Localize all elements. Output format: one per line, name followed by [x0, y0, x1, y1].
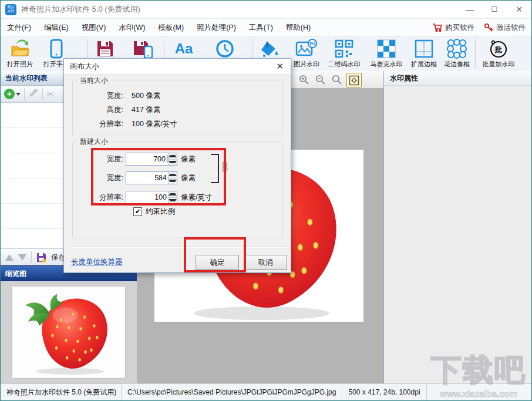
text-aa-icon: Aa	[167, 38, 200, 60]
close-button[interactable]: ✕	[507, 1, 531, 18]
unit-converter-link[interactable]: 长度单位换算器	[71, 257, 123, 267]
menu-file[interactable]: 文件(F)	[1, 19, 38, 36]
expand-border-button[interactable]: 扩展边框	[408, 38, 440, 69]
scissors-icon: ✂	[46, 89, 54, 99]
clock-icon	[207, 38, 243, 60]
current-width-label: 宽度:	[73, 90, 123, 102]
current-size-legend: 当前大小	[78, 76, 110, 86]
dialog-close-icon[interactable]: ✕	[276, 61, 284, 72]
delete-watermark-button[interactable]: ✂	[46, 89, 54, 100]
open-photo-button[interactable]: 打开照片	[3, 38, 37, 69]
magnifier-icon	[332, 75, 342, 85]
move-down-button[interactable]	[18, 254, 26, 261]
current-width-value: 500 像素	[132, 90, 160, 102]
lace-frame-icon	[441, 38, 473, 60]
new-resolution-label: 分辨率:	[73, 193, 123, 203]
thumbnail-image[interactable]	[12, 287, 125, 378]
batch-icon: 批	[477, 38, 520, 60]
menu-tools[interactable]: 工具(T)	[243, 19, 280, 36]
spin-up-icon	[169, 174, 177, 176]
chain-link-icon	[221, 161, 228, 173]
zoom-out-button[interactable]	[314, 73, 328, 86]
constrain-proportions-checkbox[interactable]: ✔ 约束比例	[133, 207, 175, 217]
menu-photo-process[interactable]: 照片处理(P)	[190, 19, 243, 36]
title-bar: 照片水印 神奇照片加水印软件 5.0 (免费试用) — ☐ ✕	[1, 1, 531, 18]
menu-help[interactable]: 帮助(H)	[280, 19, 317, 36]
dropdown-caret-icon	[16, 93, 21, 96]
edit-watermark-button[interactable]	[28, 87, 39, 100]
buy-software-link[interactable]: 购买软件	[432, 23, 474, 33]
qrcode-watermark-button[interactable]: 二维码水印	[325, 38, 363, 69]
constrain-proportions-label: 约束比例	[146, 207, 175, 217]
text-caret	[167, 155, 167, 163]
new-height-input[interactable]: 584	[126, 171, 177, 184]
new-width-input[interactable]: 700	[126, 153, 177, 166]
batch-watermark-button[interactable]: 批 批量加水印	[477, 38, 520, 69]
checkbox-check-icon: ✔	[133, 207, 142, 216]
fit-window-icon	[349, 75, 359, 86]
menu-watermark[interactable]: 水印(W)	[112, 19, 151, 36]
svg-text:EN: EN	[309, 42, 315, 46]
svg-text:批: 批	[494, 45, 503, 54]
spin-up-icon	[169, 193, 177, 196]
mosaic-watermark-button[interactable]: 马赛克水印	[366, 38, 407, 69]
qrcode-icon	[325, 38, 363, 60]
divider	[31, 251, 32, 263]
save-watermark-icon[interactable]	[36, 252, 46, 262]
cancel-button[interactable]: 取消	[244, 255, 287, 270]
new-height-unit: 像素	[181, 173, 196, 183]
status-image-info: 500 x 417, 24b, 100dpi	[342, 384, 426, 400]
activate-software-link[interactable]: 激活软件	[484, 23, 526, 33]
add-watermark-button[interactable]: +	[4, 89, 21, 99]
divider	[42, 88, 43, 100]
menu-view[interactable]: 视图(V)	[75, 19, 113, 36]
zoom-out-icon	[315, 75, 326, 85]
new-resolution-spinner[interactable]	[168, 191, 177, 203]
toolbar-separator	[475, 39, 476, 68]
zoom-in-icon	[299, 75, 309, 85]
new-height-label: 宽度:	[73, 173, 123, 183]
strawberry-thumbnail	[21, 289, 117, 376]
fill-watermark-button[interactable]	[253, 38, 286, 60]
spin-down-icon	[169, 199, 177, 201]
mosaic-icon	[366, 38, 407, 60]
move-up-button[interactable]	[5, 254, 14, 261]
dialog-separator	[69, 247, 286, 248]
floppy-phone-icon	[126, 38, 160, 60]
lace-frame-button[interactable]: 花边像框	[441, 38, 473, 69]
zoom-reset-button[interactable]	[330, 73, 344, 86]
new-resolution-unit: 像素/英寸	[181, 193, 212, 203]
image-watermark-icon: EN	[289, 38, 324, 60]
maximize-button[interactable]: ☐	[482, 1, 507, 18]
new-width-label: 宽度:	[73, 154, 123, 164]
save-to-phone-button[interactable]	[126, 38, 160, 60]
new-size-group: 新建大小 宽度: 700 像素 宽度: 584 像素 分辨率:	[72, 141, 282, 238]
canvas-size-dialog: 画布大小 ✕ 当前大小 宽度:500 像素 高度:417 像素 分辨率:100 …	[63, 58, 291, 273]
open-folder-icon	[3, 38, 37, 60]
expand-border-icon	[408, 38, 440, 60]
paint-bucket-icon	[253, 38, 286, 60]
new-resolution-input[interactable]: 100	[126, 191, 177, 204]
menu-template[interactable]: 模板(M)	[151, 19, 190, 36]
current-height-label: 高度:	[73, 104, 123, 116]
zoom-in-button[interactable]	[297, 73, 311, 86]
save-button[interactable]	[90, 38, 120, 60]
new-width-spinner[interactable]	[168, 153, 177, 165]
menu-bar: 文件(F) 编辑(E) 视图(V) 水印(W) 模板(M) 照片处理(P) 工具…	[1, 18, 531, 36]
app-icon: 照片水印	[5, 4, 16, 15]
new-size-legend: 新建大小	[78, 137, 110, 147]
menu-edit[interactable]: 编辑(E)	[38, 19, 75, 36]
current-resolution-label: 分辨率:	[73, 118, 123, 130]
status-file-path: C:\Users\pc\Pictures\Saved Pictures\JPGt…	[122, 384, 342, 400]
ok-button[interactable]: 确定	[196, 255, 239, 270]
text-watermark-button[interactable]: Aa	[167, 38, 200, 60]
fit-window-button[interactable]	[346, 73, 362, 87]
current-height-value: 417 像素	[132, 104, 160, 116]
time-watermark-button[interactable]	[207, 38, 243, 60]
new-height-spinner[interactable]	[168, 172, 177, 184]
status-bar: 神奇照片加水印软件 5.0 (免费试用) C:\Users\pc\Picture…	[1, 383, 531, 400]
image-watermark-button[interactable]: EN 图片水印	[289, 38, 324, 69]
current-resolution-value: 100 像素/英寸	[132, 118, 177, 130]
app-window: 照片水印 神奇照片加水印软件 5.0 (免费试用) — ☐ ✕ 文件(F) 编辑…	[0, 0, 532, 401]
minimize-button[interactable]: —	[457, 1, 482, 18]
